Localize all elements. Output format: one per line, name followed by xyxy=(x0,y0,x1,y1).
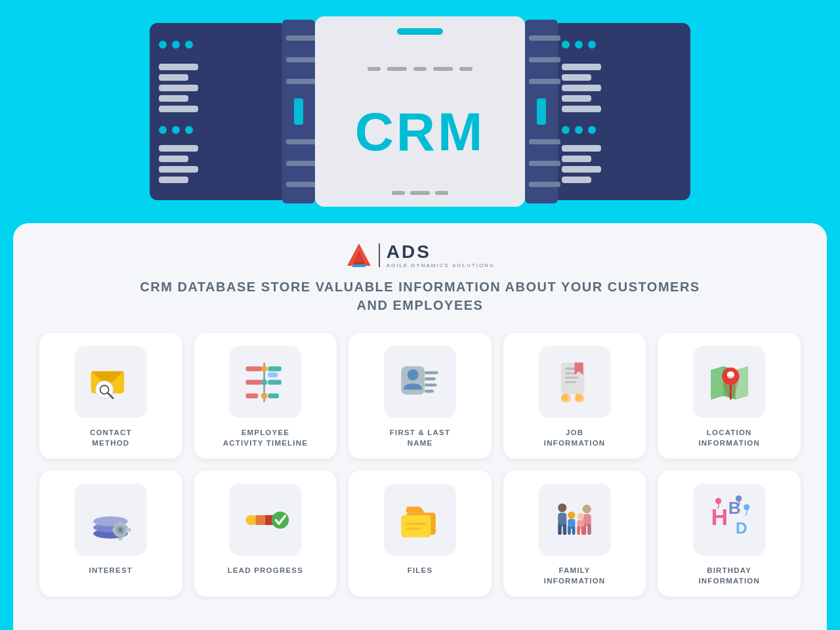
birthday-information-icon-box: H B D xyxy=(693,484,765,556)
location-information-icon-box xyxy=(693,346,765,418)
svg-rect-19 xyxy=(268,393,279,398)
svg-point-83 xyxy=(744,504,749,510)
svg-point-66 xyxy=(583,505,591,513)
svg-rect-51 xyxy=(113,528,116,532)
contact-method-icon xyxy=(86,358,135,407)
svg-point-21 xyxy=(408,369,419,380)
card-contact-method: CONTACTMETHOD xyxy=(39,333,182,459)
svg-rect-76 xyxy=(577,526,580,535)
files-icon-box xyxy=(384,484,456,556)
ads-logo-icon xyxy=(346,242,372,268)
card-lead-progress: LEAD PROGRESS xyxy=(194,471,337,597)
birthday-information-icon: H B D xyxy=(705,495,754,545)
svg-point-62 xyxy=(558,503,566,512)
location-information-icon xyxy=(705,358,754,407)
main-content-card: ADS AGILE DYNAMICS SOLUTIONS CRM DATABAS… xyxy=(13,223,827,630)
svg-rect-72 xyxy=(568,526,571,535)
cards-row2: INTEREST LEAD PROGRESS xyxy=(39,471,801,597)
svg-point-70 xyxy=(568,511,575,518)
svg-rect-59 xyxy=(402,515,431,537)
family-information-icon-box xyxy=(539,484,611,556)
svg-rect-73 xyxy=(572,526,576,535)
svg-point-11 xyxy=(261,379,267,385)
svg-point-82 xyxy=(736,495,742,501)
lead-progress-icon xyxy=(241,495,290,545)
lead-progress-label: LEAD PROGRESS xyxy=(228,565,303,576)
svg-rect-49 xyxy=(119,522,123,525)
family-information-label: FAMILYINFORMATION xyxy=(544,565,605,586)
svg-text:H: H xyxy=(711,504,728,530)
svg-point-12 xyxy=(261,392,267,398)
svg-marker-39 xyxy=(711,366,723,400)
svg-point-57 xyxy=(272,511,289,528)
svg-rect-50 xyxy=(119,537,123,540)
first-last-name-icon-box xyxy=(384,346,456,418)
svg-rect-25 xyxy=(425,389,434,392)
svg-rect-60 xyxy=(406,522,426,525)
server-center: CRM xyxy=(315,16,525,207)
job-information-icon xyxy=(550,358,599,407)
ads-text: ADS xyxy=(387,242,431,262)
card-employee-activity: EMPLOYEEACTIVITY TIMELINE xyxy=(194,333,337,459)
files-icon xyxy=(395,495,444,545)
lead-progress-icon-box xyxy=(229,484,301,556)
svg-rect-61 xyxy=(406,527,421,530)
server-left xyxy=(150,23,287,200)
svg-rect-36 xyxy=(576,393,578,400)
svg-rect-37 xyxy=(579,394,581,400)
svg-rect-77 xyxy=(581,526,585,535)
svg-rect-54 xyxy=(245,515,257,525)
contact-method-label: CONTACTMETHOD xyxy=(90,427,132,448)
employee-activity-icon xyxy=(241,358,290,407)
main-title: CRM DATABASE STORE VALUABLE INFORMATION … xyxy=(39,278,801,314)
svg-rect-69 xyxy=(587,524,591,535)
svg-text:D: D xyxy=(736,519,747,537)
files-label: FILES xyxy=(408,565,433,576)
svg-point-48 xyxy=(119,528,123,532)
card-birthday-information: H B D BIRTHDAYINFORMATION xyxy=(658,471,801,597)
svg-point-74 xyxy=(578,513,584,519)
svg-rect-55 xyxy=(255,515,266,525)
card-interest: INTEREST xyxy=(39,471,182,597)
svg-rect-30 xyxy=(565,381,576,383)
first-last-name-icon xyxy=(395,358,444,407)
svg-point-10 xyxy=(261,366,267,371)
svg-rect-24 xyxy=(425,383,437,387)
family-information-icon xyxy=(550,495,599,545)
job-information-label: JOBINFORMATION xyxy=(544,427,605,448)
svg-rect-16 xyxy=(268,366,282,371)
job-information-icon-box xyxy=(539,346,611,418)
first-last-name-label: FIRST & LASTNAME xyxy=(390,427,450,448)
contact-method-icon-box xyxy=(75,346,147,418)
card-first-last-name: FIRST & LASTNAME xyxy=(348,333,492,459)
interest-icon xyxy=(86,495,135,545)
location-information-label: LOCATIONINFORMATION xyxy=(698,427,759,448)
employee-activity-label: EMPLOYEEACTIVITY TIMELINE xyxy=(223,427,308,448)
employee-activity-icon-box xyxy=(229,346,301,418)
card-files: FILES xyxy=(348,471,492,597)
svg-rect-29 xyxy=(565,377,579,379)
card-job-information: JOBINFORMATION xyxy=(503,333,646,459)
server-illustration: CRM xyxy=(0,0,840,223)
interest-label: INTEREST xyxy=(89,565,133,576)
svg-rect-34 xyxy=(562,394,564,400)
svg-rect-17 xyxy=(268,372,278,377)
birthday-information-label: BIRTHDAYINFORMATION xyxy=(698,565,759,586)
logo-area: ADS AGILE DYNAMICS SOLUTIONS xyxy=(39,242,801,268)
svg-rect-15 xyxy=(245,393,258,398)
crm-label: CRM xyxy=(355,105,486,159)
svg-rect-65 xyxy=(563,524,567,535)
svg-rect-52 xyxy=(128,528,131,532)
server-right xyxy=(553,23,690,200)
svg-rect-23 xyxy=(425,377,436,381)
cards-row1: CONTACTMETHOD xyxy=(39,333,801,459)
svg-rect-14 xyxy=(245,379,261,385)
svg-point-81 xyxy=(715,497,721,503)
interest-icon-box xyxy=(75,484,147,556)
svg-rect-13 xyxy=(245,366,261,371)
card-location-information: LOCATIONINFORMATION xyxy=(658,333,801,459)
card-family-information: FAMILYINFORMATION xyxy=(503,471,646,597)
svg-rect-35 xyxy=(565,393,568,400)
svg-rect-22 xyxy=(425,371,438,374)
svg-rect-18 xyxy=(268,379,282,385)
